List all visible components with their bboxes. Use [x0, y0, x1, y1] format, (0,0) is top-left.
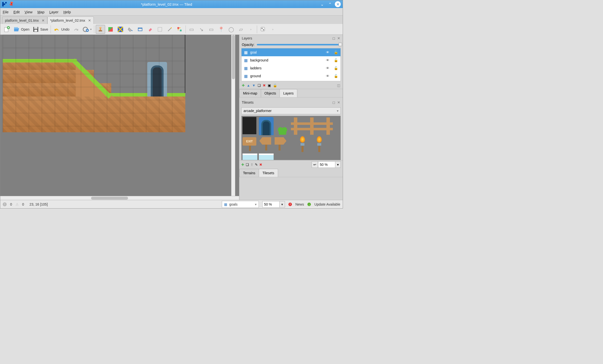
layer-row-background[interactable]: ▦background👁🔓 [242, 56, 340, 64]
current-layer-select[interactable]: ▦ goals ▾ [222, 201, 259, 208]
highlight-icon[interactable]: ◫ [337, 83, 340, 87]
polygon-tool[interactable]: ▱ [237, 25, 245, 34]
other-icon[interactable]: ▣ [268, 83, 271, 87]
status-bar: ! 0 ⚠ 0 23, 16 [105] ▦ goals ▾ ▾ i News … [0, 200, 343, 208]
undo-button[interactable]: Undo [52, 25, 70, 34]
move-up-icon[interactable]: ▲ [247, 83, 250, 87]
layer-row-ground[interactable]: ▦ground👁🔓 [242, 72, 340, 80]
lock-icon[interactable]: 🔓 [334, 50, 338, 54]
doctab-1[interactable]: platform_level_01.tmx✕ [2, 17, 47, 24]
close-button[interactable]: ✕ [335, 1, 341, 7]
update-link[interactable]: Update Available [314, 202, 340, 206]
svg-rect-18 [177, 27, 179, 29]
delete-tileset-icon[interactable]: ✖ [259, 163, 262, 167]
select-tool[interactable] [155, 25, 164, 34]
tab-layers[interactable]: Layers [280, 89, 297, 97]
ellipse-tool[interactable]: ◯ [227, 25, 236, 34]
menu-map[interactable]: Map [38, 10, 44, 14]
run-button[interactable]: ▾ [81, 25, 93, 34]
new-button[interactable] [2, 25, 11, 34]
lock-icon[interactable]: 🔓 [334, 74, 338, 78]
edit-poly-tool[interactable]: ↘ [197, 25, 206, 34]
map-canvas[interactable] [0, 35, 235, 196]
wang-tool[interactable] [116, 25, 125, 34]
eraser-tool[interactable] [146, 25, 154, 34]
pin-icon[interactable]: 📌 [8, 0, 15, 8]
tileset-zoom-input[interactable] [318, 161, 335, 168]
shape-fill-tool[interactable] [136, 25, 145, 34]
tab-tilesets[interactable]: Tilesets [259, 169, 278, 177]
new-tileset-icon[interactable]: ✚ [241, 163, 244, 167]
tab-terrains[interactable]: Terrains [239, 169, 259, 177]
random-button[interactable] [259, 25, 267, 34]
close-icon[interactable]: ✕ [42, 19, 45, 22]
lock-icon[interactable]: 🔓 [334, 66, 338, 70]
chevron-down-icon[interactable]: ▾ [280, 201, 285, 208]
close-icon[interactable]: ✕ [88, 19, 91, 22]
tileset-toolbar: ✚ ❏ ⇪ ✎ ✖ [241, 163, 262, 167]
embed-icon[interactable]: ❏ [246, 163, 249, 167]
lock-icon[interactable]: 🔓 [334, 58, 338, 62]
scrollbar-vertical[interactable] [231, 35, 235, 196]
open-button[interactable]: Open [12, 25, 30, 34]
tab-objects[interactable]: Objects [261, 89, 280, 97]
eye-icon[interactable]: 👁 [326, 58, 329, 62]
tile-layer-icon: ▦ [224, 202, 227, 206]
lock-all-icon[interactable]: 🔒 [273, 83, 277, 87]
stamp-tool[interactable] [96, 25, 105, 34]
eye-icon[interactable]: 👁 [326, 74, 329, 78]
new-layer-icon[interactable]: ✚ [242, 83, 245, 87]
polygon-icon: ▱ [238, 26, 245, 33]
duplicate-icon[interactable]: ❏ [258, 83, 261, 87]
point-tool[interactable]: 📍 [217, 25, 226, 34]
map-canvas-area [0, 35, 239, 200]
objects-icon: ▭ [188, 26, 195, 33]
layer-row-goal[interactable]: ▦goal👁🔓 [242, 48, 340, 56]
obj-select-tool[interactable]: ▭ [187, 25, 196, 34]
more-tools[interactable]: › [246, 25, 255, 34]
opacity-slider[interactable] [257, 44, 340, 45]
close-icon[interactable]: ✕ [337, 36, 340, 40]
map-zoom-input[interactable] [262, 201, 280, 208]
edit-tileset-icon[interactable]: ✎ [255, 163, 258, 167]
tile-layer-icon: ▦ [244, 74, 248, 78]
shape-fill-icon [137, 26, 144, 33]
fill-tool[interactable] [126, 25, 135, 34]
tileset-view[interactable]: EXIT [241, 116, 341, 160]
rect-icon: ▭ [208, 26, 215, 33]
delete-icon[interactable]: ✖ [263, 83, 266, 87]
tab-minimap[interactable]: Mini-map [239, 89, 261, 97]
reset-zoom-icon[interactable]: ↩ [312, 161, 318, 168]
close-icon[interactable]: ✕ [337, 100, 340, 104]
terrain-tool[interactable] [106, 25, 115, 34]
tilesets-panel-title: Tilesets ◻✕ [239, 99, 343, 106]
scrollbar-horizontal[interactable] [0, 196, 239, 200]
eye-icon[interactable]: 👁 [326, 66, 329, 70]
minimize-button[interactable]: ⌄ [319, 1, 325, 7]
maximize-button[interactable]: ⌃ [327, 1, 333, 7]
wand-tool[interactable] [165, 25, 174, 34]
same-tile-tool[interactable] [175, 25, 184, 34]
undock-icon[interactable]: ◻ [332, 36, 335, 40]
rect-tool[interactable]: ▭ [207, 25, 216, 34]
menu-view[interactable]: View [25, 10, 33, 14]
news-link[interactable]: News [295, 202, 304, 206]
export-icon[interactable]: ⇪ [250, 163, 253, 167]
chevron-down-icon[interactable]: ▾ [335, 161, 341, 168]
menu-layer[interactable]: Layer [49, 10, 58, 14]
eye-icon[interactable]: 👁 [326, 50, 329, 54]
menu-help[interactable]: Help [63, 10, 71, 14]
svg-rect-5 [34, 30, 37, 32]
move-down-icon[interactable]: ▼ [252, 83, 256, 87]
layer-row-ladders[interactable]: ▦ladders👁🔓 [242, 64, 340, 72]
undock-icon[interactable]: ◻ [332, 100, 335, 104]
redo-button[interactable] [72, 25, 80, 34]
more[interactable]: › [268, 25, 277, 34]
menu-edit[interactable]: Edit [14, 10, 20, 14]
save-button[interactable]: Save [31, 25, 49, 34]
doctab-2[interactable]: *platform_level_02.tmx✕ [47, 17, 94, 24]
wang-icon [117, 26, 124, 33]
menu-file[interactable]: File [3, 10, 9, 14]
tileset-selector[interactable]: arcade_platformer▾ [241, 107, 341, 114]
dice-icon [260, 26, 266, 33]
